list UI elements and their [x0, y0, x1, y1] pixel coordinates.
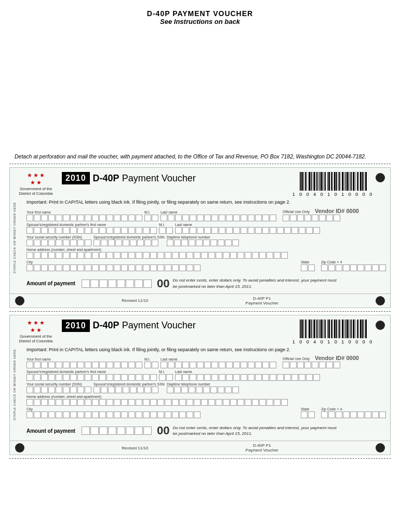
zip-box-4[interactable] — [343, 264, 350, 271]
v2-fn-box-8[interactable] — [77, 362, 84, 368]
ln-box-1[interactable] — [161, 215, 167, 221]
v2-ln-box-2[interactable] — [168, 362, 175, 368]
v2-addr-box-24[interactable] — [194, 399, 201, 406]
ln-box-12[interactable] — [241, 215, 247, 221]
v2-addr-box-7[interactable] — [70, 399, 77, 406]
city-box-3[interactable] — [41, 264, 48, 271]
v2-ph-box-8[interactable] — [218, 387, 224, 393]
v2-smi-box-1[interactable] — [159, 374, 166, 381]
v2-ln-box-13[interactable] — [248, 362, 255, 368]
v2-zip-box-8[interactable] — [372, 411, 379, 418]
v2-ln-box-9[interactable] — [219, 362, 225, 368]
v2-fn-box-2[interactable] — [34, 362, 41, 368]
v2-fn-box-10[interactable] — [92, 362, 99, 368]
v2-zip-box-4[interactable] — [343, 411, 350, 418]
v2-ou-box-2[interactable] — [290, 362, 297, 368]
v2-sssn-box-6[interactable] — [130, 387, 137, 393]
v2-sssn-box-7[interactable] — [137, 387, 144, 393]
smi-box-1[interactable] — [159, 227, 166, 234]
v2-ln-box-4[interactable] — [182, 362, 189, 368]
v2-fn-box-16[interactable] — [136, 362, 142, 368]
v2-fn-box-11[interactable] — [99, 362, 106, 368]
ph-box-10[interactable] — [232, 240, 239, 246]
v2-sln-box-5[interactable] — [204, 374, 211, 381]
v2-zip-box-2[interactable] — [328, 411, 335, 418]
ssn-box-1[interactable] — [26, 240, 33, 246]
v2-sln-box-13[interactable] — [262, 374, 269, 381]
v2-ou-box-1[interactable] — [283, 362, 289, 368]
v2-ln-box-12[interactable] — [241, 362, 247, 368]
ln-box-10[interactable] — [226, 215, 233, 221]
v2-sln-box-9[interactable] — [233, 374, 240, 381]
v2-city-box-24[interactable] — [194, 411, 201, 418]
sfn-box-1[interactable] — [26, 227, 33, 234]
v2-amt-box-3[interactable] — [99, 427, 108, 435]
sln-box-2[interactable] — [182, 227, 189, 234]
v2-ssn-box-1[interactable] — [26, 387, 33, 393]
fn-box-5[interactable] — [56, 215, 62, 221]
state-box-2[interactable] — [308, 264, 315, 271]
v2-city-box-22[interactable] — [179, 411, 186, 418]
addr-box-33[interactable] — [259, 252, 266, 259]
addr-box-26[interactable] — [208, 252, 215, 259]
v2-ln-box-3[interactable] — [175, 362, 182, 368]
sfn-box-18[interactable] — [150, 227, 157, 234]
state-box-1[interactable] — [301, 264, 308, 271]
v2-sssn-box-5[interactable] — [123, 387, 129, 393]
ou-box-6[interactable] — [319, 215, 326, 221]
v2-sfn-box-10[interactable] — [92, 374, 99, 381]
v2-amt-box-5[interactable] — [117, 427, 125, 435]
v2-addr-box-4[interactable] — [48, 399, 55, 406]
v2-sln-box-12[interactable] — [255, 374, 262, 381]
ou-box-8[interactable] — [334, 215, 340, 221]
addr-box-3[interactable] — [41, 252, 48, 259]
fn-box-1[interactable] — [26, 215, 33, 221]
sfn-box-14[interactable] — [121, 227, 128, 234]
v2-addr-box-28[interactable] — [223, 399, 230, 406]
sln-box-6[interactable] — [211, 227, 218, 234]
v2-addr-box-2[interactable] — [34, 399, 41, 406]
amt-box-4[interactable] — [108, 280, 116, 288]
ln-box-8[interactable] — [211, 215, 218, 221]
v2-city-box-1[interactable] — [26, 411, 33, 418]
v2-addr-box-20[interactable] — [165, 399, 171, 406]
city-box-8[interactable] — [77, 264, 84, 271]
v2-sfn-box-11[interactable] — [99, 374, 106, 381]
sfn-box-16[interactable] — [136, 227, 142, 234]
city-box-23[interactable] — [186, 264, 193, 271]
v2-addr-box-27[interactable] — [216, 399, 222, 406]
sfn-box-6[interactable] — [63, 227, 70, 234]
zip-box-3[interactable] — [336, 264, 342, 271]
v2-city-box-5[interactable] — [56, 411, 62, 418]
fn-box-15[interactable] — [128, 215, 135, 221]
amt-box-7[interactable] — [135, 280, 143, 288]
ln-box-4[interactable] — [182, 215, 189, 221]
v2-sfn-box-18[interactable] — [150, 374, 157, 381]
addr-box-28[interactable] — [223, 252, 230, 259]
sssn-box-5[interactable] — [123, 240, 129, 246]
v2-sfn-box-16[interactable] — [136, 374, 142, 381]
v2-ssn-box-5[interactable] — [56, 387, 62, 393]
v2-addr-box-21[interactable] — [172, 399, 179, 406]
sssn-box-4[interactable] — [115, 240, 122, 246]
mi-box-1[interactable] — [144, 215, 151, 221]
ph-box-9[interactable] — [225, 240, 232, 246]
addr-box-30[interactable] — [237, 252, 244, 259]
addr-box-31[interactable] — [245, 252, 251, 259]
v2-ln-box-16[interactable] — [270, 362, 276, 368]
fn-box-12[interactable] — [106, 215, 113, 221]
v2-sfn-box-9[interactable] — [85, 374, 91, 381]
ln-box-5[interactable] — [190, 215, 196, 221]
v2-sfn-box-2[interactable] — [34, 374, 41, 381]
addr-box-8[interactable] — [77, 252, 84, 259]
addr-box-4[interactable] — [48, 252, 55, 259]
v2-amt-box-4[interactable] — [108, 427, 116, 435]
smi-box-2[interactable] — [166, 227, 173, 234]
ln-box-16[interactable] — [270, 215, 276, 221]
city-box-13[interactable] — [114, 264, 121, 271]
addr-box-10[interactable] — [92, 252, 99, 259]
v2-city-box-19[interactable] — [157, 411, 164, 418]
city-box-12[interactable] — [106, 264, 113, 271]
sln-box-11[interactable] — [248, 227, 255, 234]
v2-addr-box-18[interactable] — [150, 399, 157, 406]
